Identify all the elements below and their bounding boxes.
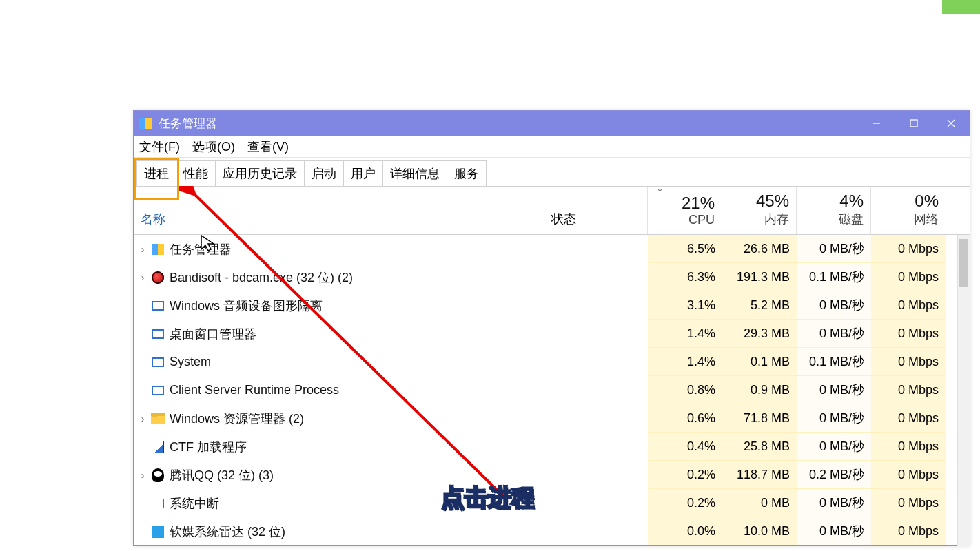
titlebar[interactable]: 任务管理器: [134, 111, 970, 136]
col-cpu-label: CPU: [688, 213, 715, 227]
table-row[interactable]: 系统中断0.2%0 MB0 MB/秒0 Mbps: [134, 489, 970, 517]
table-row[interactable]: CTF 加载程序0.4%25.8 MB0 MB/秒0 Mbps: [134, 433, 970, 461]
tab-services[interactable]: 服务: [447, 160, 487, 186]
process-cpu: 1.4%: [648, 348, 722, 376]
col-name[interactable]: 名称: [134, 187, 544, 234]
menubar: 文件(F) 选项(O) 查看(V): [134, 136, 970, 158]
process-network: 0 Mbps: [871, 433, 946, 461]
table-row[interactable]: ›Windows 资源管理器 (2)0.6%71.8 MB0 MB/秒0 Mbp…: [134, 404, 970, 433]
process-icon: [150, 468, 165, 483]
process-name: Bandisoft - bdcam.exe (32 位) (2): [170, 269, 353, 286]
tab-app-history[interactable]: 应用历史记录: [215, 160, 305, 186]
process-icon: [150, 496, 165, 511]
process-disk: 0 MB/秒: [797, 489, 871, 517]
process-status: [544, 433, 648, 461]
process-memory: 25.8 MB: [722, 433, 797, 461]
scrollbar[interactable]: [957, 235, 970, 546]
expand-chevron-icon[interactable]: ›: [136, 413, 149, 424]
col-memory[interactable]: 45% 内存: [722, 187, 797, 234]
process-disk: 0.1 MB/秒: [797, 348, 871, 376]
col-mem-pct: 45%: [756, 191, 789, 211]
process-memory: 71.8 MB: [722, 404, 797, 433]
tab-details[interactable]: 详细信息: [382, 160, 447, 186]
process-name: Client Server Runtime Process: [170, 383, 339, 397]
process-cpu: 0.6%: [648, 404, 722, 433]
tab-processes[interactable]: 进程: [136, 160, 176, 186]
process-memory: 191.3 MB: [722, 263, 797, 291]
process-cpu: 6.3%: [648, 263, 722, 291]
process-memory: 0 MB: [722, 489, 797, 517]
process-name: CTF 加载程序: [170, 439, 247, 455]
col-cpu-pct: 21%: [682, 194, 715, 213]
process-status: [544, 235, 648, 263]
menu-options[interactable]: 选项(O): [192, 137, 235, 156]
tab-startup[interactable]: 启动: [304, 160, 344, 186]
process-cpu: 3.1%: [648, 291, 722, 320]
process-cpu: 0.2%: [648, 489, 722, 517]
table-row[interactable]: 桌面窗口管理器1.4%29.3 MB0 MB/秒0 Mbps: [134, 320, 970, 348]
table-row[interactable]: 软媒系统雷达 (32 位)0.0%10.0 MB0 MB/秒0 Mbps: [134, 517, 970, 545]
process-memory: 5.2 MB: [722, 291, 797, 320]
process-status: [544, 404, 648, 433]
process-cpu: 0.2%: [648, 461, 722, 489]
scroll-thumb[interactable]: [959, 239, 968, 287]
col-disk[interactable]: 4% 磁盘: [797, 187, 871, 234]
process-network: 0 Mbps: [871, 235, 946, 263]
maximize-button[interactable]: [895, 111, 932, 136]
expand-chevron-icon[interactable]: ›: [136, 470, 149, 481]
process-icon: [150, 411, 165, 426]
menu-view[interactable]: 查看(V): [247, 137, 289, 156]
process-status: [544, 517, 648, 545]
process-network: 0 Mbps: [871, 263, 946, 291]
process-disk: 0 MB/秒: [797, 320, 871, 348]
process-memory: 10.0 MB: [722, 517, 797, 545]
process-status: [544, 489, 648, 517]
process-network: 0 Mbps: [871, 376, 946, 404]
process-cpu: 0.0%: [648, 517, 722, 545]
process-name: 腾讯QQ (32 位) (3): [170, 467, 274, 484]
process-memory: 118.7 MB: [722, 461, 797, 489]
sort-chevron-icon: ⌄: [656, 183, 664, 194]
table-row[interactable]: ›Bandisoft - bdcam.exe (32 位) (2)6.3%191…: [134, 263, 970, 291]
tab-performance[interactable]: 性能: [176, 160, 216, 186]
process-icon: [150, 524, 165, 539]
table-row[interactable]: Windows 音频设备图形隔离3.1%5.2 MB0 MB/秒0 Mbps: [134, 291, 970, 320]
close-button[interactable]: [932, 111, 970, 136]
tab-users[interactable]: 用户: [343, 160, 383, 186]
menu-file[interactable]: 文件(F): [139, 137, 180, 156]
process-disk: 0.2 MB/秒: [797, 461, 871, 489]
process-name: 桌面窗口管理器: [170, 326, 256, 342]
process-disk: 0 MB/秒: [797, 291, 871, 320]
expand-chevron-icon[interactable]: ›: [136, 244, 149, 255]
process-icon: [150, 242, 165, 257]
process-disk: 0 MB/秒: [797, 433, 871, 461]
process-memory: 0.1 MB: [722, 348, 797, 376]
process-cpu: 0.4%: [648, 433, 722, 461]
process-name: 软媒系统雷达 (32 位): [170, 523, 285, 540]
col-status[interactable]: 状态: [544, 187, 648, 234]
col-cpu[interactable]: ⌄ 21% CPU: [648, 187, 722, 234]
col-status-label: 状态: [551, 211, 576, 227]
process-icon: [150, 326, 165, 342]
process-name: System: [170, 355, 211, 369]
process-status: [544, 320, 648, 348]
process-network: 0 Mbps: [871, 517, 946, 545]
process-cpu: 0.8%: [648, 376, 722, 404]
minimize-button[interactable]: [858, 111, 895, 136]
table-row[interactable]: ›任务管理器6.5%26.6 MB0 MB/秒0 Mbps: [134, 235, 970, 263]
col-network[interactable]: 0% 网络: [871, 187, 946, 234]
expand-chevron-icon[interactable]: ›: [136, 272, 149, 283]
table-row[interactable]: System1.4%0.1 MB0.1 MB/秒0 Mbps: [134, 348, 970, 376]
process-icon: [150, 298, 165, 313]
table-row[interactable]: ›腾讯QQ (32 位) (3)0.2%118.7 MB0.2 MB/秒0 Mb…: [134, 461, 970, 489]
process-status: [544, 376, 648, 404]
process-status: [544, 263, 648, 291]
col-disk-pct: 4%: [839, 191, 864, 211]
col-disk-label: 磁盘: [839, 211, 864, 227]
process-network: 0 Mbps: [871, 320, 946, 348]
process-status: [544, 461, 648, 489]
app-icon: [139, 118, 152, 129]
process-name: 系统中断: [170, 495, 219, 512]
process-memory: 26.6 MB: [722, 235, 797, 263]
table-row[interactable]: Client Server Runtime Process0.8%0.9 MB0…: [134, 376, 970, 404]
